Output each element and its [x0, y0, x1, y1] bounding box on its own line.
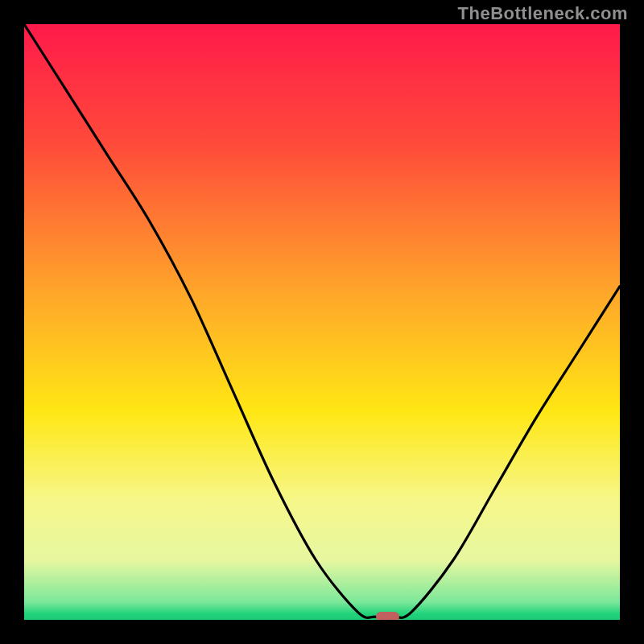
plot-area [24, 24, 620, 620]
watermark-text: TheBottleneck.com [458, 3, 628, 24]
optimal-marker [376, 612, 400, 620]
bottleneck-curve [24, 24, 620, 620]
chart-frame: TheBottleneck.com [0, 0, 644, 644]
